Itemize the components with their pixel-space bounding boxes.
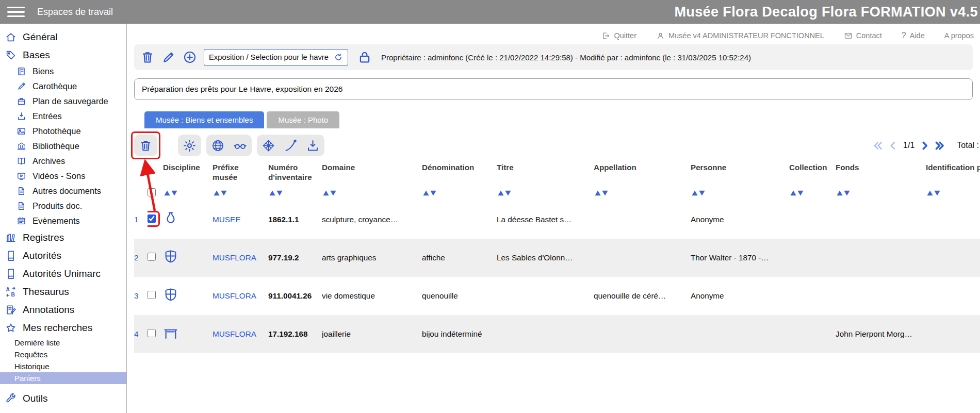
basket-description-input[interactable] [134,78,973,100]
preview-button[interactable] [233,139,247,153]
double-chevron-left-icon[interactable] [872,140,884,152]
row-number-link[interactable]: 4 [134,329,139,338]
sidebar-item-historique[interactable]: Historique [0,360,126,372]
chevron-right-icon[interactable] [919,140,930,152]
row-number-link[interactable]: 1 [134,215,139,224]
sidebar-item-autorites[interactable]: Autorités [0,246,126,265]
prefix-link[interactable]: MUSEE [213,215,240,224]
edit-basket-button[interactable] [161,50,176,64]
sidebar-item-carotheque[interactable]: Carothèque [0,79,126,94]
sidebar-item-label: Vidéos - Sons [32,171,85,181]
view-button-group [206,135,252,156]
sidebar-item-plan-de-sauvegarde[interactable]: Plan de sauvegarde [0,94,126,109]
sidebar-item-bases[interactable]: Bases [0,46,126,64]
sort-icon[interactable] [926,190,941,196]
cell-personne: Thor Walter - 1870 -… [691,239,789,277]
help-link[interactable]: ?Aide [902,31,925,40]
sidebar-item-mes-recherches[interactable]: Mes recherches [0,319,126,337]
sort-icon[interactable] [163,190,178,196]
top-bar: Espaces de travail Musée Flora Decalog F… [0,0,980,24]
sidebar-item-biens[interactable]: Biens [0,64,126,79]
row-checkbox[interactable] [148,253,156,261]
tab-biens-et-ensembles[interactable]: Musée : Biens et ensembles [144,111,264,128]
trash-icon [139,139,153,153]
sort-icon[interactable] [268,190,284,196]
double-chevron-right-icon[interactable] [934,140,945,152]
table-row[interactable]: 4 MUSFLORA 17.192.168 joaillerie bijou i… [134,315,980,353]
map-view-button[interactable] [211,139,225,153]
table-row[interactable]: 1 MUSEE 1862.1.1 sculpture, croyance… La… [134,201,980,239]
fetch-button[interactable] [284,139,298,153]
sidebar-item-entrees[interactable]: Entrées [0,109,126,124]
tab-photo[interactable]: Musée : Photo [267,111,339,128]
basket-select[interactable]: Exposition / Selection pour le havre [204,49,348,66]
table-row[interactable]: 3 MUSFLORA 911.0041.26 vie domestique qu… [134,277,980,315]
row-number-link[interactable]: 3 [134,291,139,300]
quit-link[interactable]: Quitter [601,31,636,40]
cell-identification-parent [926,315,980,353]
workspace-label[interactable]: Espaces de travail [37,7,113,18]
row-checkbox[interactable] [148,291,156,299]
sidebar-item-autorites-unimarc[interactable]: Autorités Unimarc [0,265,126,283]
sidebar-item-label: Autorités Unimarc [23,268,101,279]
net-button[interactable] [262,139,275,153]
refresh-icon[interactable] [334,53,343,62]
sidebar-item-label: Outils [23,393,48,404]
sidebar-item-produits-doc[interactable]: Produits doc. [0,199,126,213]
column-label: Discipline [163,163,200,172]
delete-basket-button[interactable] [140,50,155,64]
cell-identification-parent [926,239,980,277]
sidebar-item-general[interactable]: Général [0,28,126,46]
question-mark-icon: ? [902,31,906,40]
contact-link[interactable]: Contact [844,31,882,40]
add-basket-button[interactable] [183,50,197,64]
page-indicator: 1/1 [903,141,914,150]
sort-icon[interactable] [836,190,851,196]
hamburger-menu-icon[interactable] [7,7,25,18]
prefix-link[interactable]: MUSFLORA [213,291,256,300]
sidebar-item-annotations[interactable]: Annotations [0,301,126,319]
sort-icon[interactable] [497,190,512,196]
sort-icon[interactable] [789,190,805,196]
sort-icon[interactable] [213,190,228,196]
calendar-icon [17,216,26,226]
sort-icon[interactable] [422,190,437,196]
cell-appellation [594,201,691,239]
delete-selection-button[interactable] [134,135,157,156]
sidebar-item-bibliotheque[interactable]: Bibliothèque [0,139,126,154]
tray-download-icon [17,111,26,121]
export-button[interactable] [306,139,320,153]
row-number-link[interactable]: 2 [134,253,139,262]
sidebar-item-videos-sons[interactable]: Vidéos - Sons [0,169,126,184]
sort-icon[interactable] [691,190,706,196]
about-label: A propos [944,31,974,40]
lock-icon[interactable] [357,49,372,65]
prefix-link[interactable]: MUSFLORA [213,329,256,338]
cell-domaine: joaillerie [322,315,422,353]
row-checkbox[interactable] [148,214,156,223]
table-row[interactable]: 2 MUSFLORA 977.19.2 arts graphiques affi… [134,239,980,277]
sidebar-item-evenements[interactable]: Evènements [0,213,126,228]
cell-titre: La déesse Bastet s… [497,201,594,239]
chevron-left-icon[interactable] [887,140,899,152]
sort-icon[interactable] [594,190,609,196]
sidebar-item-phototheque[interactable]: Photothèque [0,124,126,139]
about-link[interactable]: A propos [944,31,974,40]
column-label: Dénomination [422,163,474,172]
cell-fonds: John Pierpont Morg… [836,315,926,353]
select-all-checkbox[interactable] [148,188,156,196]
sidebar-item-registres[interactable]: Registres [0,228,126,246]
sidebar-item-requetes[interactable]: Requêtes [0,349,126,360]
sidebar-item-autres-documents[interactable]: Autres documents [0,184,126,199]
row-checkbox[interactable] [148,329,156,337]
sidebar-item-archives[interactable]: Archives [0,154,126,169]
cell-domaine: sculpture, croyance… [322,201,422,239]
current-user[interactable]: Musée v4 ADMINISTRATEUR FONCTIONNEL [656,31,824,40]
sidebar-item-thesaurus[interactable]: Thesaurus [0,283,126,301]
sidebar-item-outils[interactable]: Outils [0,389,126,407]
sort-icon[interactable] [322,190,337,196]
sidebar-item-derniere-liste[interactable]: Dernière liste [0,337,126,349]
prefix-link[interactable]: MUSFLORA [213,253,256,262]
sidebar-item-paniers[interactable]: Paniers [0,372,126,384]
settings-button[interactable] [178,135,201,156]
